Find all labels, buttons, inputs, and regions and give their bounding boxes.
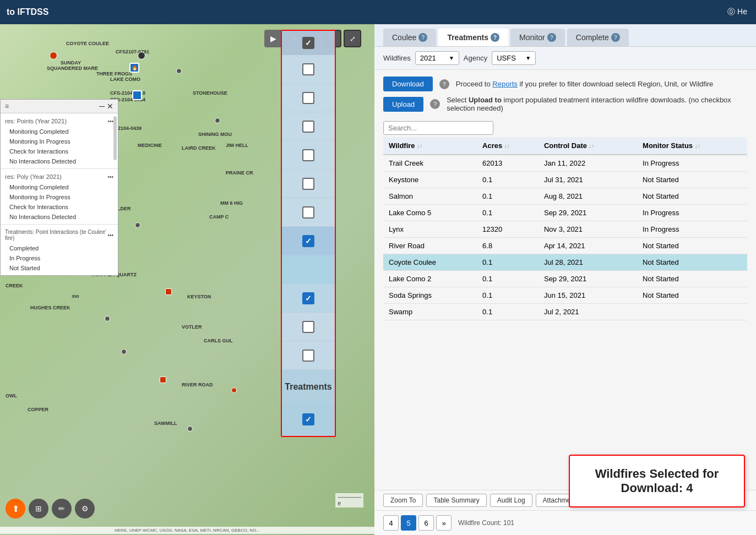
status-in-progress: In Progress — [1, 253, 118, 263]
settings-btn[interactable]: ⚙ — [75, 499, 95, 518]
search-input[interactable] — [383, 121, 493, 135]
zoom-to-btn[interactable]: Zoom To — [383, 494, 423, 507]
check-interactions-2: Check for Interactions — [1, 202, 118, 212]
fire-marker-2[interactable] — [132, 90, 142, 100]
map-label: COPPER — [28, 407, 48, 412]
panel-body: res: Points (Year 2021) ••• Monitoring C… — [1, 113, 118, 275]
year-chevron-icon: ▼ — [449, 55, 454, 61]
agency-filter-label: Agency — [464, 54, 487, 62]
audit-log-btn[interactable]: Audit Log — [490, 494, 532, 507]
map-label: SUNDAY — [61, 60, 81, 65]
layers-btn[interactable]: ⊞ — [29, 499, 48, 518]
table-container[interactable]: Wildfire ↓↑ Acres ↓↑ Control Date ↓↑ Mon… — [374, 137, 756, 490]
page-4-btn[interactable]: 4 — [383, 515, 399, 531]
cb-row-9 — [282, 341, 335, 370]
table-summary-btn[interactable]: Table Summary — [426, 494, 486, 507]
nav-forward-btn[interactable]: ▶ — [264, 30, 282, 47]
download-button[interactable]: Download — [383, 77, 433, 91]
table-row[interactable]: Coyote Coulee0.1Jul 28, 2021Not Started — [383, 254, 747, 271]
cell-acres: 0.1 — [477, 287, 539, 304]
col-header-wildfire[interactable]: Wildfire ↓↑ — [383, 137, 477, 155]
marker-2 — [176, 68, 182, 74]
monitoring-completed-1: Monitoring Completed — [1, 127, 118, 137]
download-help-icon[interactable]: ? — [439, 79, 449, 89]
upload-help-icon[interactable]: ? — [430, 99, 440, 109]
table-row[interactable]: Swamp0.1Jul 2, 2021 — [383, 304, 747, 320]
marker-10 — [121, 349, 127, 354]
table-row[interactable]: Keystone0.1Jul 31, 2021Not Started — [383, 172, 747, 188]
cell-control-date: Jun 15, 2021 — [539, 287, 637, 304]
table-row[interactable]: Lake Como 50.1Sep 29, 2021In Progress — [383, 205, 747, 221]
filter-icon[interactable]: ≡ — [5, 102, 9, 110]
fire-marker[interactable]: 🔥 — [129, 63, 139, 73]
table-row[interactable]: River Road6.8Apr 14, 2021Not Started — [383, 238, 747, 254]
row-2-checkbox[interactable] — [302, 121, 314, 133]
panel-close[interactable]: ✕ — [107, 102, 113, 111]
table-row[interactable]: Trail Creek62013Jan 11, 2022In Progress — [383, 155, 747, 172]
table-row[interactable]: Lake Como 20.1Sep 29, 2021Not Started — [383, 271, 747, 287]
table-row[interactable]: Lynx12320Nov 3, 2021In Progress — [383, 221, 747, 238]
marker-fire[interactable] — [165, 288, 172, 295]
status-not-started: Not Started — [1, 263, 118, 273]
panel-minimize[interactable]: ─ — [99, 102, 105, 111]
col-header-control-date[interactable]: Control Date ↓↑ — [539, 137, 637, 155]
coulee-help-icon[interactable]: ? — [418, 33, 427, 42]
reports-link[interactable]: Reports — [492, 80, 518, 88]
map-label: LAKE COMO — [110, 77, 140, 82]
final-checkbox[interactable] — [302, 413, 314, 425]
no-interactions-1: No Interactions Detected — [1, 156, 118, 166]
cell-control-date: Aug 8, 2021 — [539, 188, 637, 205]
row-8-checkbox[interactable] — [302, 321, 314, 333]
cell-control-date: Apr 14, 2021 — [539, 238, 637, 254]
agency-select[interactable]: USFS ▼ — [492, 51, 536, 65]
tab-treatments[interactable]: Treatments ? — [438, 29, 508, 46]
row-9-checkbox[interactable] — [302, 350, 314, 362]
row-5-checkbox[interactable] — [302, 206, 314, 219]
layer-more-3[interactable]: ••• — [107, 232, 113, 238]
row-6-checkbox[interactable] — [302, 235, 314, 247]
map-label: RIVER ROAD — [182, 382, 213, 387]
sort-icon-acres: ↓↑ — [504, 143, 510, 149]
upload-info-text: Select Upload to import populated treatm… — [447, 96, 747, 112]
row-7-checkbox[interactable] — [302, 292, 314, 304]
table-row[interactable]: Salmon0.1Aug 8, 2021Not Started — [383, 188, 747, 205]
help-button[interactable]: ⓪ He — [727, 7, 747, 17]
map-label: SAWMILL — [154, 421, 177, 426]
expand-btn[interactable]: ⤢ — [344, 30, 361, 47]
map-label: MEDICINE — [138, 143, 162, 148]
treatments-help-icon[interactable]: ? — [491, 33, 499, 42]
cell-wildfire: Keystone — [383, 172, 477, 188]
layer-more-1[interactable]: ••• — [107, 118, 113, 124]
map-label: SHINING MOU — [198, 132, 232, 137]
layer-more-2[interactable]: ••• — [107, 174, 113, 180]
monitoring-completed-2: Monitoring Completed — [1, 182, 118, 192]
tab-coulee-label: Coulee — [392, 33, 416, 42]
monitor-help-icon[interactable]: ? — [547, 33, 556, 42]
complete-help-icon[interactable]: ? — [611, 33, 620, 42]
marker-river[interactable] — [160, 376, 166, 383]
marker-12 — [187, 426, 193, 432]
agency-value: USFS — [497, 54, 523, 62]
cell-acres: 0.1 — [477, 271, 539, 287]
select-all-checkbox[interactable] — [302, 37, 314, 49]
tab-coulee[interactable]: Coulee ? — [383, 29, 436, 46]
page-6-btn[interactable]: 6 — [418, 515, 434, 531]
row-3-checkbox[interactable] — [302, 149, 314, 161]
page-5-btn[interactable]: 5 — [401, 515, 416, 531]
upload-button[interactable]: Upload — [383, 97, 423, 112]
year-select[interactable]: 2021 ▼ — [415, 51, 459, 65]
tab-monitor[interactable]: Monitor ? — [510, 29, 565, 46]
page-next-btn[interactable]: » — [436, 515, 452, 531]
cell-monitor-status: Not Started — [637, 188, 747, 205]
table-row[interactable]: Soda Springs0.1Jun 15, 2021Not Started — [383, 287, 747, 304]
pencil-btn[interactable]: ✏ — [52, 499, 72, 518]
tab-complete[interactable]: Complete ? — [567, 29, 629, 46]
row-4-checkbox[interactable] — [302, 178, 314, 190]
marker-coyote[interactable] — [50, 52, 57, 59]
col-header-acres[interactable]: Acres ↓↑ — [477, 137, 539, 155]
upload-tool-btn[interactable]: ⬆ — [6, 499, 25, 518]
row-0-checkbox[interactable] — [302, 63, 314, 75]
cell-control-date: Sep 29, 2021 — [539, 271, 637, 287]
row-1-checkbox[interactable] — [302, 92, 314, 104]
col-header-monitor-status[interactable]: Monitor Status ↓↑ — [637, 137, 747, 155]
